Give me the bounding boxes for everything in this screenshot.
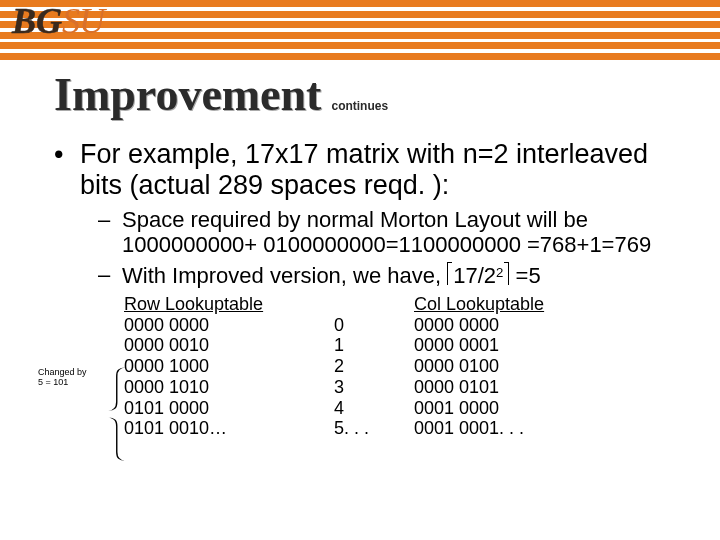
changed-by-note: Changed by 5 = 101 — [38, 368, 87, 388]
bgsu-logo: BG SU — [12, 0, 104, 42]
main-bullet: For example, 17x17 matrix with n=2 inter… — [54, 139, 696, 439]
sub-bullet-2: With Improved version, we have, 17/22 =5 — [98, 262, 696, 288]
main-bullet-text: For example, 17x17 matrix with n=2 inter… — [80, 139, 648, 200]
table-head-row: Row Lookuptable Col Lookuptable — [124, 294, 696, 315]
col-lookuptable-head: Col Lookuptable — [414, 294, 614, 315]
sub-bullet-list: Space required by normal Morton Layout w… — [80, 207, 696, 288]
row-lookuptable-head: Row Lookuptable — [124, 294, 284, 315]
slide-subtitle: continues — [331, 99, 388, 113]
slide-body: Improvement continues For example, 17x17… — [54, 68, 696, 449]
logo-bold: BG — [12, 0, 62, 42]
slide-title: Improvement — [54, 68, 321, 121]
table-row: 0101 0010… 5. . . 0001 0001. . . — [124, 418, 696, 439]
table-row: 0000 0010 1 0000 0001 — [124, 335, 696, 356]
sub-bullet-1: Space required by normal Morton Layout w… — [98, 207, 696, 258]
bullet-list: For example, 17x17 matrix with n=2 inter… — [54, 139, 696, 439]
title-row: Improvement continues — [54, 68, 696, 121]
table-row: 0000 0000 0 0000 0000 — [124, 315, 696, 336]
ceil-right-icon — [504, 262, 509, 285]
brace-icon: ⎰⎱ — [106, 364, 128, 463]
table-row: 0000 1000 2 0000 0100 — [124, 356, 696, 377]
table-row: 0101 0000 4 0001 0000 — [124, 398, 696, 419]
header-stripes — [0, 0, 720, 60]
table-row: 0000 1010 3 0000 0101 — [124, 377, 696, 398]
logo-light: SU — [62, 0, 104, 42]
lookup-tables: Changed by 5 = 101 ⎰⎱ Row Lookuptable Co… — [80, 294, 696, 439]
ceil-left-icon — [447, 262, 452, 285]
